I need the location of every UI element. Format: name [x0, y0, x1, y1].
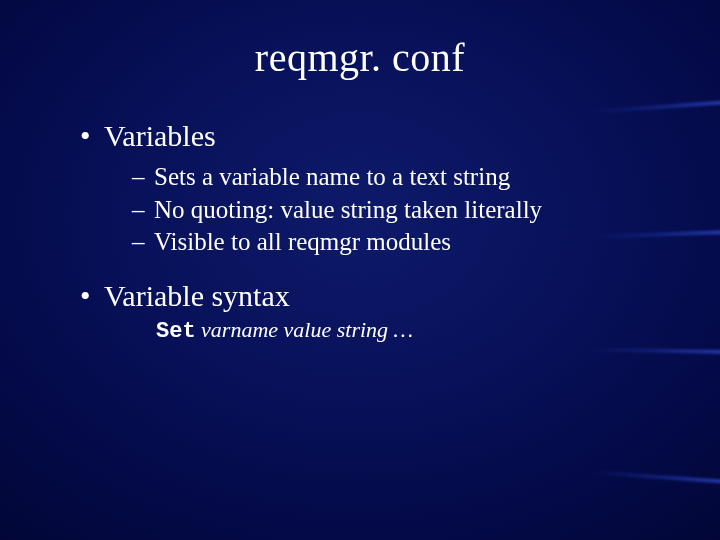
slide: reqmgr. conf Variables Sets a variable n… [0, 0, 720, 540]
syntax-keyword: Set [156, 319, 196, 344]
bullet-list: Variables Sets a variable name to a text… [44, 119, 676, 344]
bullet-label: Variable syntax [104, 279, 290, 312]
bullet-label: Variables [104, 119, 216, 152]
syntax-args: varname value string … [201, 317, 413, 342]
sub-item: No quoting: value string taken literally [132, 194, 676, 227]
bullet-variables: Variables Sets a variable name to a text… [80, 119, 676, 259]
sub-item: Sets a variable name to a text string [132, 161, 676, 194]
sub-item: Visible to all reqmgr modules [132, 226, 676, 259]
bullet-variable-syntax: Variable syntax Set varname value string… [80, 279, 676, 344]
slide-title: reqmgr. conf [44, 34, 676, 81]
sub-list-variables: Sets a variable name to a text string No… [104, 161, 676, 259]
syntax-line: Set varname value string … [104, 317, 676, 344]
